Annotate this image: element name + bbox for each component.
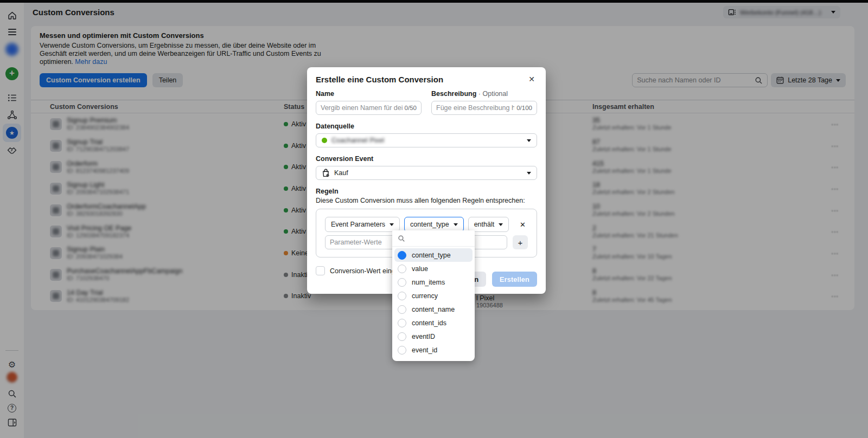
conversion-event-value: Kauf [334,169,348,177]
parameter-option[interactable]: content_name [392,302,475,316]
description-field-box: 0/100 [431,101,537,115]
parameter-option-label: content_ids [412,319,446,327]
parameter-option[interactable]: content_ids [392,316,475,330]
radio-icon [398,346,406,355]
create-button-disabled[interactable]: Erstellen [492,272,537,287]
parameter-option[interactable]: value [392,262,475,275]
parameter-option[interactable]: currency [392,289,475,302]
parameter-option-label: currency [412,292,438,300]
parameter-option[interactable]: eventID [392,330,475,343]
pixel-status-dot [322,138,327,143]
optional-hint: · Optional [478,90,508,98]
parameter-option[interactable]: event_id [392,343,475,357]
rule-type-dropdown[interactable]: Event Parameters [325,217,400,232]
datasource-select[interactable]: Coachannel Pixel [316,133,537,147]
parameter-option-label: eventID [412,333,435,340]
chevron-down-icon [527,139,531,142]
radio-icon [398,265,406,273]
rules-subtitle: Diese Custom Conversion muss allen folge… [316,197,537,204]
remove-rule-icon[interactable]: ✕ [518,220,528,230]
parameter-dropdown-panel: content_type value num_items currency co… [392,230,475,361]
parameter-option-label: event_id [412,346,437,354]
search-icon [398,235,405,242]
close-icon[interactable]: ✕ [526,74,537,85]
radio-icon [398,319,406,327]
parameter-option[interactable]: num_items [392,275,475,289]
conversion-event-label: Conversion Event [316,155,537,163]
parameter-option[interactable]: content_type [394,248,473,262]
datasource-value-redacted: Coachannel Pixel [331,137,384,144]
radio-icon [398,305,406,314]
modal-title: Erstelle eine Custom Conversion [316,75,443,84]
radio-icon [398,292,406,300]
parameter-options-list: content_type value num_items currency co… [392,247,475,357]
purchase-bag-icon [322,169,330,177]
parameter-option-label: content_name [412,306,455,313]
operator-dropdown[interactable]: enthält [468,217,509,232]
chevron-down-icon [390,223,394,226]
radio-icon [398,332,406,341]
description-counter: 0/100 [516,105,532,111]
name-counter: 0/50 [405,105,417,111]
datasource-label: Datenquelle [316,123,537,130]
conversion-value-checkbox[interactable] [316,266,325,275]
conversion-event-select[interactable]: Kauf [316,166,537,180]
parameter-option-label: content_type [412,252,451,259]
parameter-search[interactable] [392,230,475,247]
chevron-down-icon [499,223,503,226]
description-label: Beschreibung · Optional [431,90,537,98]
parameter-option-label: num_items [412,279,445,286]
chevron-down-icon [454,223,458,226]
name-input[interactable] [321,104,403,112]
description-input[interactable] [436,104,514,112]
parameter-dropdown[interactable]: content_type [404,217,464,232]
add-rule-button[interactable]: + [513,235,528,249]
radio-icon [398,251,406,260]
name-label: Name [316,90,422,98]
chevron-down-icon [527,172,531,175]
radio-icon [398,278,406,287]
name-field-box: 0/50 [316,101,422,115]
rules-label: Regeln [316,188,537,195]
parameter-option-label: value [412,265,428,273]
